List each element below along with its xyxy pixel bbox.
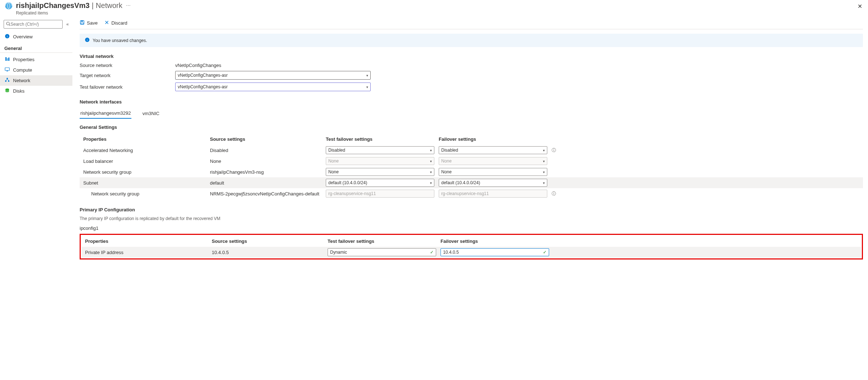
svg-point-10 — [7, 78, 8, 79]
check-icon: ✓ — [430, 250, 434, 255]
nav-disks[interactable]: Disks — [0, 86, 72, 96]
chevron-down-icon: ▾ — [543, 159, 545, 163]
nav-properties[interactable]: Properties — [0, 54, 72, 65]
row-subnet: Subnet default default (10.4.0.0/24)▾ de… — [80, 177, 863, 188]
tfo-network-dropdown[interactable]: vNetIpConfigChanges-asr ▾ — [175, 83, 371, 91]
info-icon: i — [85, 37, 90, 43]
chevron-down-icon: ▾ — [430, 170, 432, 174]
svg-rect-6 — [7, 58, 8, 61]
svg-rect-9 — [7, 71, 8, 71]
chevron-down-icon: ▾ — [543, 170, 545, 174]
tfo-lb-dropdown[interactable]: None▾ — [326, 157, 434, 165]
info-icon[interactable]: ⓘ — [552, 191, 562, 197]
resource-icon — [4, 1, 13, 10]
nic-tab[interactable]: vm3NIC — [142, 109, 160, 118]
value: vNetIpConfigChanges — [175, 63, 221, 68]
blade-name: Network — [96, 1, 122, 10]
svg-point-1 — [7, 22, 9, 25]
chevron-down-icon: ▾ — [430, 159, 432, 163]
nav-compute[interactable]: Compute — [0, 65, 72, 75]
close-button[interactable]: ✕ — [856, 1, 864, 11]
resource-name: rishjaiIpChangesVm3 — [16, 1, 89, 10]
tfo-subnet-nsg-input: rg-cleanupservice-nsg11 — [326, 190, 434, 198]
save-icon — [80, 20, 85, 26]
dropdown-value: vNetIpConfigChanges-asr — [178, 84, 228, 89]
highlighted-region: Properties Source settings Test failover… — [80, 234, 863, 259]
discard-button[interactable]: Discard — [104, 20, 127, 26]
info-icon[interactable]: ⓘ — [552, 147, 562, 153]
save-button[interactable]: Save — [80, 20, 98, 26]
source-value: rishjaiIpChangesVm3-nsg — [210, 169, 326, 175]
banner-text: You have unsaved changes. — [93, 38, 147, 43]
nav-network[interactable]: Network — [0, 75, 72, 86]
fo-subnet-nsg-input: rg-cleanupservice-nsg11 — [439, 190, 547, 198]
col-source: Source settings — [210, 136, 326, 142]
col-failover: Failover settings — [441, 238, 553, 244]
sidebar: « i Overview General Properties Compute — [0, 17, 72, 274]
nav-label: Network — [13, 78, 30, 83]
label: Source network — [80, 63, 175, 68]
properties-icon — [4, 56, 10, 63]
tfo-accel-net-dropdown[interactable]: Disabled▾ — [326, 146, 434, 154]
input-value: rg-cleanupservice-nsg11 — [441, 191, 489, 196]
search-input[interactable] — [4, 20, 63, 29]
dropdown-value: Disabled — [328, 148, 345, 153]
source-value: None — [210, 159, 326, 164]
unsaved-changes-banner: i You have unsaved changes. — [80, 34, 863, 47]
fo-private-ip-input[interactable]: 10.4.0.5✓ — [441, 248, 549, 256]
section-general-settings: General Settings — [80, 124, 863, 130]
ipconfig-name: ipconfig1 — [80, 225, 863, 231]
nav-label: Disks — [13, 88, 25, 94]
chevron-down-icon: ▾ — [430, 148, 432, 152]
dropdown-value: None — [441, 159, 452, 164]
input-value: rg-cleanupservice-nsg11 — [328, 191, 376, 196]
chevron-down-icon: ▾ — [366, 85, 368, 89]
fo-accel-net-dropdown[interactable]: Disabled▾ — [439, 146, 547, 154]
svg-point-11 — [5, 80, 7, 82]
chevron-down-icon: ▾ — [430, 181, 432, 185]
tfo-private-ip-input[interactable]: Dynamic✓ — [328, 248, 436, 256]
collapse-sidebar-icon[interactable]: « — [66, 22, 69, 27]
tfo-nsg-dropdown[interactable]: None▾ — [326, 168, 434, 176]
chevron-down-icon: ▾ — [543, 148, 545, 152]
svg-rect-7 — [8, 58, 9, 61]
chevron-down-icon: ▾ — [543, 181, 545, 185]
fo-lb-dropdown[interactable]: None▾ — [439, 157, 547, 165]
discard-icon — [104, 20, 109, 26]
col-properties: Properties — [83, 136, 210, 142]
fo-subnet-dropdown[interactable]: default (10.4.0.0/24)▾ — [439, 179, 547, 187]
row-nsg: Network security group rishjaiIpChangesV… — [80, 166, 863, 177]
fo-nsg-dropdown[interactable]: None▾ — [439, 168, 547, 176]
svg-rect-8 — [5, 68, 9, 71]
more-menu[interactable]: … — [126, 1, 131, 7]
target-network-dropdown[interactable]: vNetIpConfigChanges-asr ▾ — [175, 71, 371, 80]
breadcrumb[interactable]: Replicated items — [16, 10, 122, 16]
col-tfo: Test failover settings — [326, 136, 439, 142]
nic-tab-active[interactable]: rishjaiipchangesvm3292 — [80, 108, 131, 119]
nav-group-general: General — [0, 42, 72, 53]
prop-label: Subnet — [83, 180, 210, 186]
tfo-subnet-dropdown[interactable]: default (10.4.0.0/24)▾ — [326, 179, 434, 187]
label: Target network — [80, 73, 175, 78]
dropdown-value: default (10.4.0.0/24) — [441, 180, 480, 185]
dropdown-value: None — [328, 169, 339, 174]
col-source: Source settings — [212, 238, 328, 244]
col-properties: Properties — [85, 238, 212, 244]
source-value: default — [210, 180, 326, 186]
col-tfo: Test failover settings — [328, 238, 441, 244]
input-value: 10.4.0.5 — [443, 250, 459, 255]
prop-label: Network security group — [83, 169, 210, 175]
row-accelerated-networking: Accelerated Networking Disabled Disabled… — [80, 145, 863, 156]
dropdown-value: Disabled — [441, 148, 458, 153]
source-value: Disabled — [210, 148, 326, 153]
prop-label: Network security group — [83, 191, 210, 197]
nav-overview[interactable]: i Overview — [0, 31, 72, 42]
source-value: 10.4.0.5 — [212, 250, 328, 255]
general-table-header: Properties Source settings Test failover… — [80, 134, 863, 145]
label: Test failover network — [80, 84, 175, 90]
row-private-ip: Private IP address 10.4.0.5 Dynamic✓ 10.… — [81, 247, 861, 258]
svg-rect-5 — [5, 57, 7, 61]
section-virtual-network: Virtual network — [80, 54, 863, 59]
prop-label: Private IP address — [85, 250, 212, 255]
row-source-network: Source network vNetIpConfigChanges — [80, 63, 863, 68]
